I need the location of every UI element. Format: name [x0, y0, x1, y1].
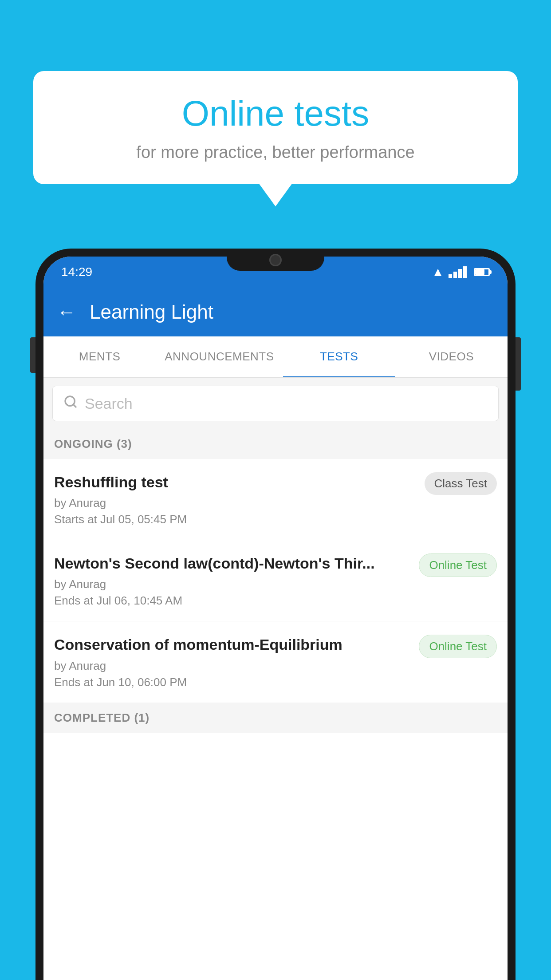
search-icon — [63, 394, 78, 413]
phone-camera — [269, 254, 282, 266]
app-title: Learning Light — [90, 301, 213, 323]
phone-notch — [227, 249, 324, 271]
test-time: Starts at Jul 05, 05:45 PM — [54, 513, 416, 526]
back-button[interactable]: ← — [57, 302, 76, 322]
test-time: Ends at Jun 10, 06:00 PM — [54, 676, 410, 689]
search-container: Search — [43, 378, 508, 429]
app-header: ← Learning Light — [43, 288, 508, 336]
wifi-icon: ▲ — [432, 265, 444, 279]
test-name: Newton's Second law(contd)-Newton's Thir… — [54, 553, 410, 573]
completed-label: COMPLETED (1) — [54, 711, 150, 724]
bubble-title: Online tests — [60, 93, 491, 134]
phone-wrapper: 14:29 ▲ — [35, 249, 516, 980]
test-badge-online: Online Test — [419, 635, 497, 658]
volume-button — [30, 337, 35, 373]
tests-list: Reshuffling test by Anurag Starts at Jul… — [43, 459, 508, 980]
bubble-subtitle: for more practice, better performance — [60, 143, 491, 162]
tabs-bar: MENTS ANNOUNCEMENTS TESTS VIDEOS — [43, 336, 508, 378]
speech-bubble: Online tests for more practice, better p… — [33, 71, 518, 184]
ongoing-label: ONGOING (3) — [54, 437, 132, 450]
search-placeholder: Search — [85, 395, 133, 412]
test-badge-class: Class Test — [425, 472, 497, 495]
phone-frame: 14:29 ▲ — [35, 249, 516, 980]
search-bar[interactable]: Search — [52, 386, 499, 421]
battery-icon — [474, 268, 490, 276]
tab-tests[interactable]: TESTS — [283, 336, 395, 377]
tab-announcements[interactable]: ANNOUNCEMENTS — [156, 336, 283, 377]
status-icons: ▲ — [432, 265, 490, 279]
test-author: by Anurag — [54, 577, 410, 591]
test-info: Conservation of momentum-Equilibrium by … — [54, 635, 410, 689]
test-author: by Anurag — [54, 496, 416, 510]
test-item[interactable]: Conservation of momentum-Equilibrium by … — [43, 621, 508, 703]
test-badge-online: Online Test — [419, 553, 497, 577]
test-item[interactable]: Reshuffling test by Anurag Starts at Jul… — [43, 459, 508, 540]
tab-videos[interactable]: VIDEOS — [395, 336, 508, 377]
test-info: Reshuffling test by Anurag Starts at Jul… — [54, 472, 416, 526]
svg-line-1 — [73, 404, 76, 407]
test-name: Reshuffling test — [54, 472, 416, 492]
test-author: by Anurag — [54, 659, 410, 673]
tab-ments[interactable]: MENTS — [43, 336, 156, 377]
signal-icon — [449, 266, 467, 278]
power-button — [516, 337, 521, 391]
test-item[interactable]: Newton's Second law(contd)-Newton's Thir… — [43, 540, 508, 621]
test-name: Conservation of momentum-Equilibrium — [54, 635, 410, 654]
phone-screen: 14:29 ▲ — [43, 257, 508, 980]
test-time: Ends at Jul 06, 10:45 AM — [54, 594, 410, 608]
completed-section-header: COMPLETED (1) — [43, 703, 508, 733]
status-time: 14:29 — [61, 265, 92, 279]
test-info: Newton's Second law(contd)-Newton's Thir… — [54, 553, 410, 608]
ongoing-section-header: ONGOING (3) — [43, 429, 508, 459]
